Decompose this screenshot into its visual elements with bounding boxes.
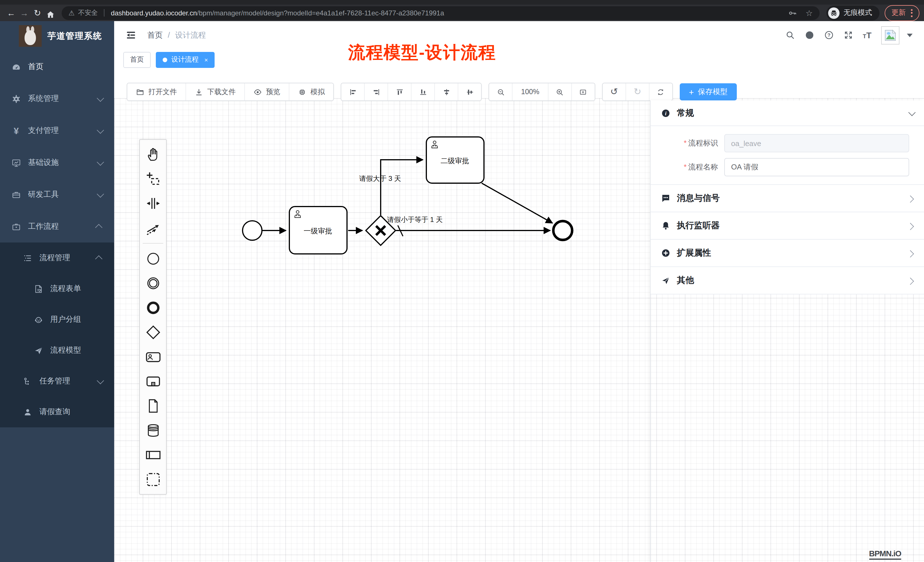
align-right-button[interactable] bbox=[365, 83, 388, 100]
create-user-task-tool[interactable] bbox=[140, 345, 166, 369]
panel-section-messages[interactable]: 消息与信号 bbox=[651, 185, 924, 212]
breadcrumb-current: 设计流程 bbox=[175, 30, 206, 40]
general-section-header[interactable]: 常规 bbox=[651, 100, 924, 126]
create-data-object-tool[interactable] bbox=[140, 394, 166, 418]
sidebar-item-process-model[interactable]: 流程模型 bbox=[0, 335, 114, 366]
font-size-icon[interactable]: TT bbox=[862, 30, 872, 40]
sidebar-item-task-mgmt[interactable]: 任务管理 bbox=[0, 366, 114, 397]
github-icon[interactable] bbox=[804, 30, 814, 40]
lasso-tool[interactable] bbox=[140, 166, 166, 191]
browser-forward-button[interactable]: → bbox=[18, 4, 31, 21]
browser-back-button[interactable]: ← bbox=[4, 4, 18, 21]
end-event[interactable] bbox=[554, 221, 572, 240]
create-end-event-tool[interactable] bbox=[140, 295, 166, 320]
chevron-down-icon bbox=[97, 376, 104, 384]
user-task-level2[interactable]: 二级审批 bbox=[426, 137, 484, 183]
sidebar-item-devtools[interactable]: 研发工具 bbox=[0, 178, 114, 211]
browser-tab-strip bbox=[0, 0, 924, 4]
monitor-icon bbox=[11, 158, 21, 168]
redo-button[interactable]: ↻ bbox=[626, 83, 650, 100]
sidebar-item-label: 流程管理 bbox=[39, 253, 70, 263]
tab-bar: 首页 设计流程 × bbox=[114, 49, 924, 71]
fullscreen-icon[interactable] bbox=[843, 30, 853, 40]
page-root: ← → ↻ ⚠ 不安全 dashboard.yudao.iocoder.cn/b… bbox=[0, 0, 924, 562]
sidebar-item-home[interactable]: 首页 bbox=[0, 51, 114, 83]
create-start-event-tool[interactable] bbox=[140, 246, 166, 271]
sidebar-item-infra[interactable]: 基础设施 bbox=[0, 147, 114, 178]
align-bottom-button[interactable] bbox=[411, 83, 435, 100]
align-center-horizontal-button[interactable] bbox=[435, 83, 458, 100]
sidebar-item-process-form[interactable]: 流程表单 bbox=[0, 273, 114, 304]
sidebar-item-workflow[interactable]: 工作流程 bbox=[0, 211, 114, 243]
process-key-row: *流程标识 bbox=[651, 134, 909, 152]
create-group-tool[interactable] bbox=[140, 467, 166, 492]
security-label[interactable]: 不安全 bbox=[78, 9, 98, 17]
sidebar-item-user-group[interactable]: 用户分组 bbox=[0, 304, 114, 335]
sidebar-collapse-icon[interactable] bbox=[126, 30, 136, 40]
avatar[interactable] bbox=[881, 26, 900, 44]
save-model-button[interactable]: + 保存模型 bbox=[680, 83, 737, 100]
process-name-input[interactable] bbox=[724, 158, 909, 176]
align-center-vertical-button[interactable] bbox=[458, 83, 481, 100]
create-participant-tool[interactable] bbox=[140, 443, 166, 467]
chevron-right-icon bbox=[907, 277, 914, 285]
sidebar-item-process-mgmt[interactable]: 流程管理 bbox=[0, 243, 114, 273]
zoom-level[interactable]: 100% bbox=[513, 83, 549, 100]
avatar-dropdown-caret[interactable] bbox=[907, 33, 913, 37]
sidebar-item-label: 支付管理 bbox=[28, 126, 59, 136]
incognito-badge: 无痕模式 bbox=[826, 5, 879, 20]
url-text[interactable]: dashboard.yudao.iocoder.cn/bpm/manager/m… bbox=[111, 9, 785, 17]
preview-button[interactable]: 预览 bbox=[245, 83, 290, 100]
user-task-level1[interactable]: 一级审批 bbox=[290, 207, 347, 254]
bookmark-star-icon[interactable]: ☆ bbox=[806, 8, 813, 17]
align-left-button[interactable] bbox=[341, 83, 365, 100]
panel-section-extensions[interactable]: 扩展属性 bbox=[651, 240, 924, 267]
create-intermediate-event-tool[interactable] bbox=[140, 271, 166, 295]
tab-home[interactable]: 首页 bbox=[123, 52, 151, 67]
flow-gateway-to-task2[interactable] bbox=[381, 160, 423, 215]
simulate-button[interactable]: 模拟 bbox=[290, 83, 333, 100]
chevron-up-icon bbox=[95, 255, 102, 262]
breadcrumb-home[interactable]: 首页 bbox=[147, 30, 163, 40]
tab-close-icon[interactable]: × bbox=[204, 56, 208, 63]
sidebar-item-system[interactable]: 系统管理 bbox=[0, 83, 114, 115]
plus-icon: + bbox=[689, 87, 694, 97]
open-file-button[interactable]: 打开文件 bbox=[127, 83, 186, 100]
start-event[interactable] bbox=[243, 221, 262, 240]
create-call-activity-tool[interactable] bbox=[140, 369, 166, 394]
app-header: 首页 / 设计流程 TT bbox=[114, 21, 924, 49]
global-connect-tool[interactable] bbox=[140, 216, 166, 240]
space-tool[interactable] bbox=[140, 191, 166, 216]
help-icon[interactable] bbox=[824, 30, 834, 40]
process-name-label: *流程名称 bbox=[651, 162, 724, 172]
flow-task2-to-end[interactable] bbox=[482, 183, 552, 223]
restart-button[interactable] bbox=[650, 83, 672, 100]
browser-reload-button[interactable]: ↻ bbox=[31, 4, 44, 21]
gear-icon bbox=[11, 94, 21, 103]
hand-tool[interactable] bbox=[140, 142, 166, 166]
align-top-button[interactable] bbox=[388, 83, 411, 100]
create-gateway-tool[interactable] bbox=[140, 320, 166, 345]
sidebar-item-leave-query[interactable]: 请假查询 bbox=[0, 397, 114, 427]
app-logo[interactable]: 芋道管理系统 bbox=[0, 21, 114, 51]
panel-section-listeners[interactable]: 执行监听器 bbox=[651, 212, 924, 240]
zoom-in-button[interactable] bbox=[549, 83, 572, 100]
undo-button[interactable]: ↺ bbox=[603, 83, 626, 100]
browser-home-button[interactable] bbox=[44, 6, 57, 19]
download-file-button[interactable]: 下载文件 bbox=[186, 83, 245, 100]
panel-section-other[interactable]: 其他 bbox=[651, 267, 924, 294]
address-bar[interactable]: ⚠ 不安全 dashboard.yudao.iocoder.cn/bpm/man… bbox=[62, 6, 819, 20]
tab-design-process[interactable]: 设计流程 × bbox=[156, 52, 215, 67]
section-label: 执行监听器 bbox=[677, 220, 720, 231]
save-model-label: 保存模型 bbox=[698, 87, 728, 97]
zoom-out-button[interactable] bbox=[489, 83, 513, 100]
security-warning-icon: ⚠ bbox=[69, 9, 75, 17]
browser-menu-icon[interactable] bbox=[911, 9, 913, 17]
browser-update-button[interactable]: 更新 bbox=[885, 5, 920, 21]
sidebar-item-payment[interactable]: ¥ 支付管理 bbox=[0, 115, 114, 147]
create-data-store-tool[interactable] bbox=[140, 418, 166, 443]
process-key-input[interactable] bbox=[724, 134, 909, 152]
password-key-icon[interactable] bbox=[789, 8, 798, 17]
search-icon[interactable] bbox=[785, 30, 795, 40]
zoom-reset-button[interactable] bbox=[572, 83, 595, 100]
